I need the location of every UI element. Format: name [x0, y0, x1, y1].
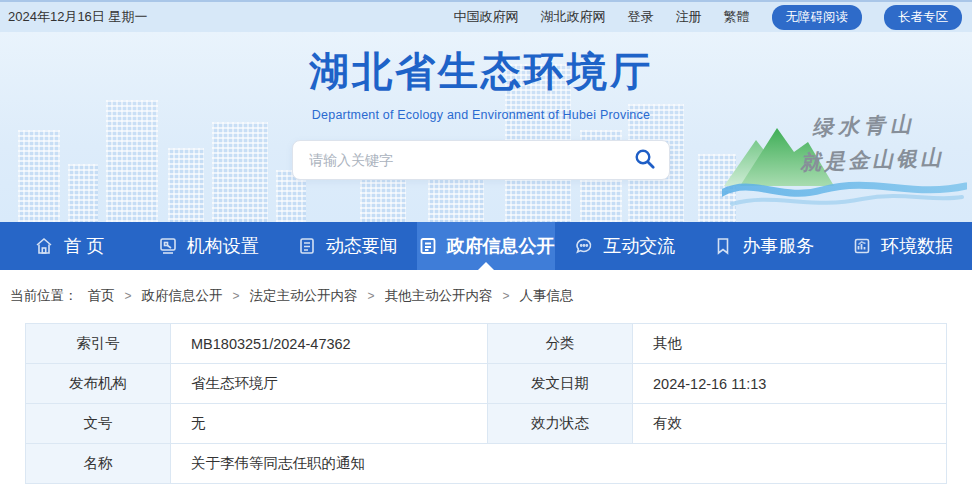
issuing-agency-label: 发布机构 [26, 364, 171, 404]
link-hubei-gov[interactable]: 湖北政府网 [541, 8, 606, 26]
breadcrumb-gov-info[interactable]: 政府信息公开 [142, 287, 223, 305]
senior-mode-button[interactable]: 长者专区 [884, 5, 962, 30]
breadcrumb: 当前位置： 首页 > 政府信息公开 > 法定主动公开内容 > 其他主动公开内容 … [0, 270, 972, 305]
link-traditional-chinese[interactable]: 繁體 [724, 8, 750, 26]
nav-item-label: 互动交流 [603, 234, 675, 258]
search-icon [633, 147, 657, 174]
nav-item-gov-info-disclosure[interactable]: 政府信息公开 [417, 222, 556, 270]
nav-item-home[interactable]: 首 页 [0, 222, 139, 270]
index-number-label: 索引号 [26, 324, 171, 364]
breadcrumb-home[interactable]: 首页 [88, 287, 115, 305]
nav-item-label: 首 页 [63, 234, 104, 258]
home-icon [34, 236, 54, 256]
nav-item-services[interactable]: 办事服务 [694, 222, 833, 270]
nav-item-label: 机构设置 [187, 234, 259, 258]
site-header: 湖北省生态环境厅 Department of Ecology and Envir… [0, 32, 972, 222]
link-login[interactable]: 登录 [628, 8, 654, 26]
nav-item-organization[interactable]: 机构设置 [139, 222, 278, 270]
search-input[interactable] [309, 152, 633, 168]
issue-date-label: 发文日期 [488, 364, 633, 404]
chart-icon [852, 236, 872, 256]
table-row: 文号 无 效力状态 有效 [26, 404, 947, 444]
nav-item-label: 政府信息公开 [447, 234, 555, 258]
main-navigation: 首 页 机构设置 动态要闻 政府信息公开 互动交流 [0, 222, 972, 270]
document-info-table-wrap: 索引号 MB1803251/2024-47362 分类 其他 发布机构 省生态环… [25, 323, 947, 484]
slogan-line2: 就是金山银山 [800, 143, 945, 176]
table-row: 名称 关于李伟等同志任职的通知 [26, 444, 947, 484]
doc-number-value: 无 [171, 404, 488, 444]
nav-item-environment-data[interactable]: 环境数据 [833, 222, 972, 270]
nav-item-news[interactable]: 动态要闻 [278, 222, 417, 270]
table-row: 索引号 MB1803251/2024-47362 分类 其他 [26, 324, 947, 364]
breadcrumb-other-disclosure[interactable]: 其他主动公开内容 [385, 287, 493, 305]
breadcrumb-separator: > [368, 289, 375, 303]
breadcrumb-statutory-disclosure[interactable]: 法定主动公开内容 [250, 287, 358, 305]
slogan-line1: 绿水青山 [812, 110, 917, 142]
nav-item-interaction[interactable]: 互动交流 [555, 222, 694, 270]
site-logo-title: 湖北省生态环境厅 [292, 44, 670, 99]
site-logo-subtitle: Department of Ecology and Environment of… [292, 108, 670, 122]
current-date: 2024年12月16日 星期一 [8, 8, 147, 26]
document-info-table: 索引号 MB1803251/2024-47362 分类 其他 发布机构 省生态环… [25, 323, 947, 484]
index-number-value: MB1803251/2024-47362 [171, 324, 488, 364]
breadcrumb-prefix: 当前位置： [10, 287, 78, 305]
breadcrumb-personnel-info[interactable]: 人事信息 [520, 287, 574, 305]
breadcrumb-separator: > [503, 289, 510, 303]
top-utility-bar: 2024年12月16日 星期一 中国政府网 湖北政府网 登录 注册 繁體 无障碍… [0, 0, 972, 32]
issue-date-value: 2024-12-16 11:13 [633, 364, 947, 404]
search-button[interactable] [633, 147, 657, 174]
validity-status-value: 有效 [633, 404, 947, 444]
news-icon [297, 236, 317, 256]
nav-item-label: 动态要闻 [326, 234, 398, 258]
organization-icon [158, 236, 178, 256]
chat-icon [574, 236, 594, 256]
document-icon [418, 236, 438, 256]
category-label: 分类 [488, 324, 633, 364]
link-china-gov[interactable]: 中国政府网 [454, 8, 519, 26]
green-mountains-decoration: 绿水青山 就是金山银山 [722, 98, 967, 216]
category-value: 其他 [633, 324, 947, 364]
doc-number-label: 文号 [26, 404, 171, 444]
accessibility-button[interactable]: 无障碍阅读 [772, 5, 863, 30]
bookmark-icon [713, 236, 733, 256]
site-search-box [292, 140, 670, 180]
breadcrumb-separator: > [125, 289, 132, 303]
validity-status-label: 效力状态 [488, 404, 633, 444]
title-label: 名称 [26, 444, 171, 484]
breadcrumb-separator: > [233, 289, 240, 303]
nav-item-label: 环境数据 [881, 234, 953, 258]
link-register[interactable]: 注册 [676, 8, 702, 26]
nav-item-label: 办事服务 [742, 234, 814, 258]
issuing-agency-value: 省生态环境厅 [171, 364, 488, 404]
title-value: 关于李伟等同志任职的通知 [171, 444, 947, 484]
table-row: 发布机构 省生态环境厅 发文日期 2024-12-16 11:13 [26, 364, 947, 404]
